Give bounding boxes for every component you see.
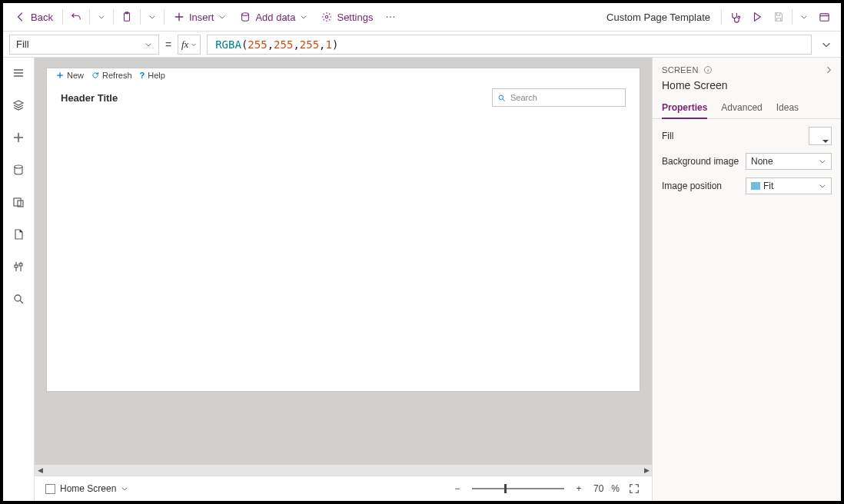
- zoom-out-button[interactable]: −: [450, 482, 464, 496]
- bottom-bar: Home Screen − + 70 %: [35, 476, 652, 501]
- chevron-down-icon: [148, 13, 156, 21]
- insert-label: Insert: [189, 12, 214, 23]
- panel-caption: SCREEN: [662, 65, 699, 75]
- screen-checkbox[interactable]: [45, 484, 55, 494]
- help-label: Help: [148, 71, 165, 80]
- fill-color-picker[interactable]: [809, 127, 832, 145]
- panel-tabs: Properties Advanced Ideas: [653, 99, 841, 119]
- screen-canvas[interactable]: New Refresh ? Help Header Title: [47, 68, 640, 391]
- separator: [113, 9, 114, 25]
- undo-icon: [71, 12, 81, 22]
- chevron-down-icon: [819, 158, 826, 165]
- data-pane-button[interactable]: [9, 161, 28, 179]
- zoom-thumb[interactable]: [504, 484, 507, 493]
- tools-icon: [12, 260, 25, 273]
- search-icon: [12, 293, 25, 305]
- zoom-slider[interactable]: [472, 488, 564, 489]
- more-button[interactable]: [380, 6, 400, 28]
- plus-icon: [174, 12, 184, 22]
- tab-ideas[interactable]: Ideas: [776, 99, 799, 118]
- scroll-track[interactable]: [45, 465, 641, 476]
- svg-point-3: [326, 15, 329, 18]
- background-image-select[interactable]: None: [746, 153, 832, 170]
- fill-label: Fill: [662, 131, 673, 141]
- refresh-label: Refresh: [102, 71, 132, 80]
- variables-pane-button[interactable]: [9, 225, 28, 244]
- tree-view-button[interactable]: [9, 96, 28, 114]
- formula-fn: RGBA: [215, 38, 241, 51]
- background-image-row: Background image None: [662, 153, 832, 170]
- settings-label: Settings: [337, 12, 373, 23]
- new-button[interactable]: New: [56, 71, 84, 80]
- image-position-value: Fit: [763, 181, 773, 191]
- horizontal-scrollbar[interactable]: ◀ ▶: [35, 465, 652, 476]
- property-dropdown[interactable]: Fill: [9, 35, 159, 55]
- save-split-button[interactable]: [796, 6, 812, 28]
- fx-button[interactable]: fx: [178, 35, 201, 55]
- plus-icon: [56, 71, 64, 79]
- scroll-right-button[interactable]: ▶: [641, 465, 652, 476]
- chevron-down-icon: [800, 13, 808, 21]
- publish-button[interactable]: [814, 6, 835, 28]
- stethoscope-icon: [729, 12, 741, 23]
- save-button[interactable]: [769, 6, 789, 28]
- paste-split-button[interactable]: [144, 6, 161, 28]
- database-icon: [12, 164, 25, 176]
- svg-point-14: [15, 295, 21, 301]
- media-pane-button[interactable]: [9, 193, 28, 211]
- settings-button[interactable]: Settings: [315, 6, 379, 28]
- background-image-value: None: [751, 156, 773, 167]
- image-position-row: Image position Fit: [662, 177, 832, 194]
- app-checker-button[interactable]: [725, 6, 746, 28]
- refresh-button[interactable]: Refresh: [91, 71, 132, 80]
- search-pane-button[interactable]: [9, 290, 28, 308]
- paste-button[interactable]: [117, 6, 137, 28]
- page-title: Custom Page Template: [599, 12, 718, 23]
- hamburger-button[interactable]: [9, 64, 28, 82]
- svg-rect-12: [15, 265, 18, 267]
- expand-formula-button[interactable]: [818, 39, 835, 50]
- app-frame: { "toolbar": { "back_label": "Back", "in…: [0, 0, 844, 504]
- insert-pane-button[interactable]: [9, 128, 28, 147]
- search-input[interactable]: Search: [492, 88, 626, 107]
- publish-icon: [819, 12, 830, 23]
- help-button[interactable]: ? Help: [140, 71, 165, 80]
- back-button[interactable]: Back: [9, 6, 59, 28]
- chevron-right-icon: [824, 65, 833, 75]
- chevron-down-icon: [98, 13, 105, 21]
- canvas-area: New Refresh ? Help Header Title: [35, 58, 652, 501]
- scroll-left-button[interactable]: ◀: [35, 465, 45, 476]
- insert-button[interactable]: Insert: [168, 6, 233, 28]
- panel-body: Fill Background image None Image positio…: [653, 119, 841, 202]
- tools-pane-button[interactable]: [9, 257, 28, 276]
- svg-point-2: [242, 13, 249, 16]
- collapse-panel-button[interactable]: [824, 65, 833, 75]
- fit-swatch-icon: [751, 182, 760, 190]
- separator: [792, 9, 792, 25]
- svg-rect-0: [124, 13, 129, 22]
- chevron-down-icon: [821, 39, 832, 50]
- tab-properties[interactable]: Properties: [662, 99, 707, 119]
- formula-bar: Fill = fx RGBA(255, 255, 255, 1): [3, 32, 841, 58]
- zoom-controls: − + 70 %: [450, 482, 641, 496]
- canvas-viewport[interactable]: New Refresh ? Help Header Title: [35, 58, 652, 465]
- question-icon: ?: [140, 71, 145, 80]
- tab-advanced[interactable]: Advanced: [721, 99, 762, 118]
- media-icon: [12, 196, 25, 208]
- preview-button[interactable]: [747, 6, 767, 28]
- main-area: New Refresh ? Help Header Title: [3, 58, 841, 501]
- fit-to-window-button[interactable]: [627, 482, 641, 496]
- undo-split-button[interactable]: [93, 6, 110, 28]
- undo-button[interactable]: [66, 6, 86, 28]
- zoom-in-button[interactable]: +: [572, 482, 586, 496]
- formula-input[interactable]: RGBA(255, 255, 255, 1): [207, 35, 812, 55]
- document-icon: [12, 228, 25, 240]
- chevron-down-icon: [819, 182, 826, 190]
- chevron-down-icon: [218, 13, 226, 21]
- chevron-down-icon: [300, 13, 307, 21]
- screen-selector[interactable]: Home Screen: [45, 483, 128, 494]
- zoom-value: 70: [593, 483, 603, 494]
- more-icon: [385, 12, 396, 22]
- add-data-button[interactable]: Add data: [234, 6, 314, 28]
- image-position-select[interactable]: Fit: [746, 177, 832, 194]
